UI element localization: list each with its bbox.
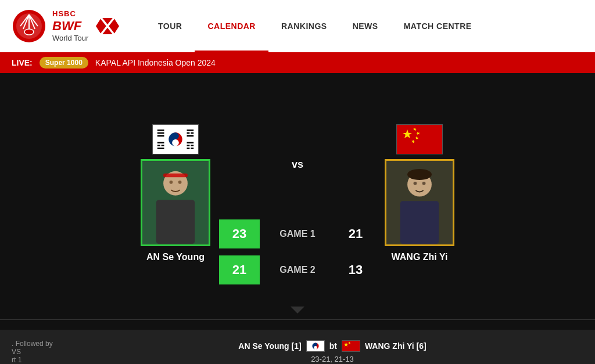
bwf-logo-icon [12,9,46,44]
player1-photo-icon [142,159,209,246]
nav-news[interactable]: NEWS [340,0,391,52]
nav-rankings[interactable]: RANKINGS [268,0,340,52]
player1-info: AN Se Young [141,124,210,262]
players-section: AN Se Young vs 23 GAME 1 21 21 GAME 2 13 [0,85,595,308]
main-nav: TOUR CALENDAR RANKINGS NEWS MATCH CENTRE [139,0,583,52]
bottom-bt-text: bt [329,341,337,351]
svg-rect-43 [400,201,439,244]
scores-section: 23 GAME 1 21 21 GAME 2 13 [199,219,396,284]
bottom-court: rt 1 [12,356,81,364]
bottom-vs: VS [12,348,81,356]
game2-score-right: 13 [335,262,376,277]
super-1000-badge[interactable]: Super 1000 [40,57,88,69]
bwf-label: BWF [52,19,88,34]
header: HSBC BWF World Tour TOUR CALENDAR RANKIN… [0,0,595,52]
live-bar: LIVE: Super 1000 KAPAL API Indonesia Ope… [0,52,595,73]
svg-point-45 [422,182,426,185]
player2-photo [385,159,454,246]
bottom-left-text: . Followed by VS rt 1 [12,340,81,364]
player2-photo-icon [386,159,453,246]
china-flag-icon [397,125,443,154]
player1-name: AN Se Young [146,252,205,262]
svg-point-46 [407,169,432,180]
nav-calendar[interactable]: CALENDAR [195,0,268,52]
bottom-player2-flag [342,340,360,352]
bottom-match-info: AN Se Young [1] bt [81,340,583,363]
svg-point-7 [24,29,34,35]
vs-text: vs [292,158,303,171]
svg-rect-35 [397,125,443,154]
svg-point-33 [178,181,182,184]
brand-text: HSBC BWF World Tour [52,9,88,43]
bottom-player2: WANG Zhi Yi [6] [365,341,426,351]
vs-container: vs [292,121,303,208]
vs-scores-area: vs 23 GAME 1 21 21 GAME 2 13 [199,91,396,296]
hsbc-x-logo [95,17,120,35]
bottom-player1: AN Se Young [1] [238,341,301,351]
game2-score-left: 21 [219,255,260,284]
chevron-down [0,307,595,313]
logo-area: HSBC BWF World Tour [12,9,139,44]
svg-rect-31 [156,200,195,244]
game1-row: 23 GAME 1 21 [199,219,396,248]
bottom-score: 23-21, 21-13 [311,355,354,363]
svg-point-32 [170,181,173,184]
bottom-bar: . Followed by VS rt 1 AN Se Young [1] bt [0,330,595,364]
world-tour-label: World Tour [52,34,88,43]
player1-photo [141,159,210,246]
svg-rect-72 [342,340,360,351]
live-event-name: KAPAL API Indonesia Open 2024 [95,58,216,67]
game1-score-left: 23 [219,219,260,248]
bottom-player1-flag [306,340,325,352]
hsbc-hexagon-icon [95,17,120,35]
bottom-players-row: AN Se Young [1] bt [238,340,426,352]
nav-match-centre[interactable]: MATCH CENTRE [391,0,485,52]
game2-label: GAME 2 [260,265,335,275]
svg-rect-34 [163,174,188,178]
bottom-followed: . Followed by [12,340,81,348]
nav-tour[interactable]: TOUR [145,0,195,52]
main-content: AN Se Young vs 23 GAME 1 21 21 GAME 2 13 [0,73,595,364]
korea-flag-icon [153,124,198,154]
svg-point-44 [414,182,417,185]
game1-score-right: 21 [335,226,376,242]
hsbc-label: HSBC [52,9,88,19]
game2-row: 21 GAME 2 13 [199,255,396,284]
player1-flag [152,124,199,154]
player2-info: WANG Zhi Yi [385,124,454,262]
live-label: LIVE: [12,58,33,67]
player2-flag [396,124,443,154]
player2-name: WANG Zhi Yi [392,252,448,262]
game1-label: GAME 1 [260,229,335,239]
